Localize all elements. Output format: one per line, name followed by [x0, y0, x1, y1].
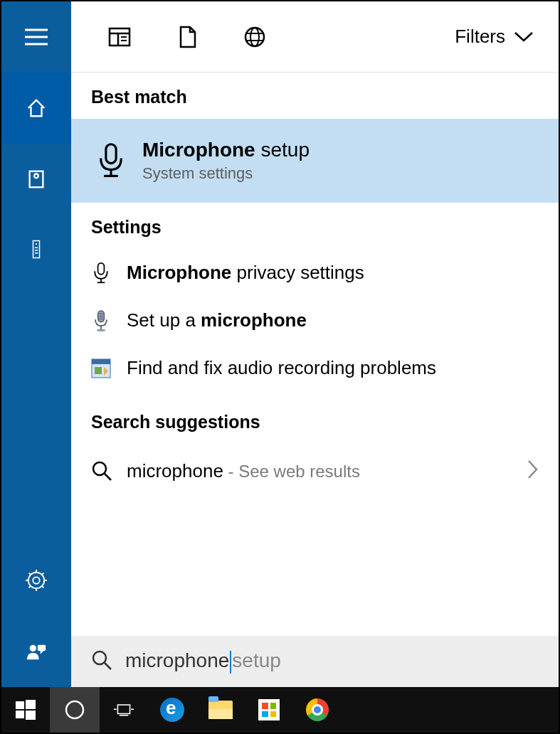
- svg-point-20: [30, 645, 36, 651]
- edge-browser-button[interactable]: [148, 687, 196, 733]
- chrome-browser-button[interactable]: [293, 687, 342, 733]
- svg-line-49: [105, 663, 111, 669]
- search-results-panel: Filters Best match Microphone setup Syst…: [71, 1, 559, 687]
- microphone-outline-icon: [91, 262, 127, 284]
- svg-rect-51: [26, 700, 36, 709]
- svg-line-18: [29, 586, 31, 588]
- settings-result-label: Find and fix audio recording problems: [127, 357, 436, 379]
- svg-point-54: [66, 701, 83, 718]
- edge-icon: [160, 698, 184, 722]
- best-match-result[interactable]: Microphone setup System settings: [71, 119, 559, 203]
- troubleshoot-icon: [91, 358, 127, 379]
- search-input-text: microphonesetup: [125, 649, 281, 674]
- settings-result-setup[interactable]: Set up a microphone: [71, 297, 559, 344]
- svg-point-11: [33, 577, 39, 583]
- svg-point-46: [93, 462, 106, 475]
- best-match-subtitle: System settings: [142, 164, 310, 183]
- apps-button[interactable]: [1, 144, 71, 215]
- settings-button[interactable]: [1, 545, 71, 616]
- settings-result-troubleshoot[interactable]: Find and fix audio recording problems: [71, 344, 559, 392]
- task-view-button[interactable]: [100, 687, 148, 733]
- search-icon: [91, 460, 127, 482]
- svg-rect-52: [16, 711, 24, 718]
- settings-header: Settings: [71, 203, 559, 249]
- microphone-setup-icon: [91, 310, 127, 331]
- search-icon: [91, 649, 112, 674]
- svg-line-47: [105, 474, 111, 480]
- svg-rect-21: [38, 645, 46, 651]
- settings-result-label: Microphone privacy settings: [127, 262, 364, 284]
- svg-line-19: [42, 573, 44, 575]
- svg-rect-50: [16, 701, 24, 709]
- svg-rect-31: [106, 144, 116, 164]
- chevron-right-icon: [527, 459, 539, 482]
- search-suggestions-header: Search suggestions: [71, 398, 559, 444]
- hamburger-menu-button[interactable]: [1, 1, 71, 73]
- people-button[interactable]: [1, 616, 71, 687]
- settings-result-privacy[interactable]: Microphone privacy settings: [71, 249, 559, 297]
- start-button[interactable]: [1, 687, 50, 733]
- svg-rect-7: [35, 248, 38, 249]
- chevron-down-icon: [514, 31, 534, 43]
- svg-rect-34: [98, 262, 105, 274]
- windows-taskbar: [1, 687, 559, 733]
- filter-apps-icon[interactable]: [85, 1, 153, 72]
- svg-rect-45: [95, 367, 102, 374]
- svg-rect-8: [35, 250, 38, 251]
- cortana-sidebar: [1, 1, 71, 687]
- chrome-icon: [306, 698, 329, 721]
- svg-point-28: [250, 28, 259, 46]
- cortana-button[interactable]: [50, 687, 100, 733]
- filter-documents-icon[interactable]: [153, 1, 221, 72]
- filters-dropdown[interactable]: Filters: [455, 26, 544, 48]
- best-match-title: Microphone setup: [142, 139, 310, 161]
- svg-point-6: [36, 243, 37, 245]
- store-icon: [258, 699, 280, 720]
- filter-web-icon[interactable]: [221, 1, 288, 72]
- remote-button[interactable]: [1, 215, 71, 286]
- svg-point-4: [34, 174, 38, 179]
- svg-point-27: [245, 28, 264, 46]
- svg-rect-53: [26, 711, 36, 720]
- svg-line-17: [42, 586, 44, 588]
- microsoft-store-button[interactable]: [245, 687, 293, 733]
- search-input-bar[interactable]: microphonesetup: [71, 636, 559, 687]
- svg-rect-9: [35, 252, 38, 254]
- file-explorer-button[interactable]: [196, 687, 245, 733]
- web-search-suggestion[interactable]: microphone - See web results: [71, 444, 559, 498]
- svg-rect-55: [117, 705, 130, 713]
- search-filter-bar: Filters: [71, 1, 559, 73]
- svg-line-16: [29, 573, 31, 575]
- best-match-header: Best match: [71, 73, 559, 119]
- microphone-icon: [85, 143, 137, 179]
- svg-point-42: [97, 329, 105, 331]
- svg-point-48: [93, 651, 106, 664]
- search-suggestion-text: microphone - See web results: [127, 460, 360, 482]
- home-button[interactable]: [1, 73, 71, 144]
- svg-rect-44: [92, 359, 110, 364]
- filters-label: Filters: [455, 26, 505, 48]
- folder-icon: [208, 701, 233, 719]
- settings-result-label: Set up a microphone: [127, 309, 307, 331]
